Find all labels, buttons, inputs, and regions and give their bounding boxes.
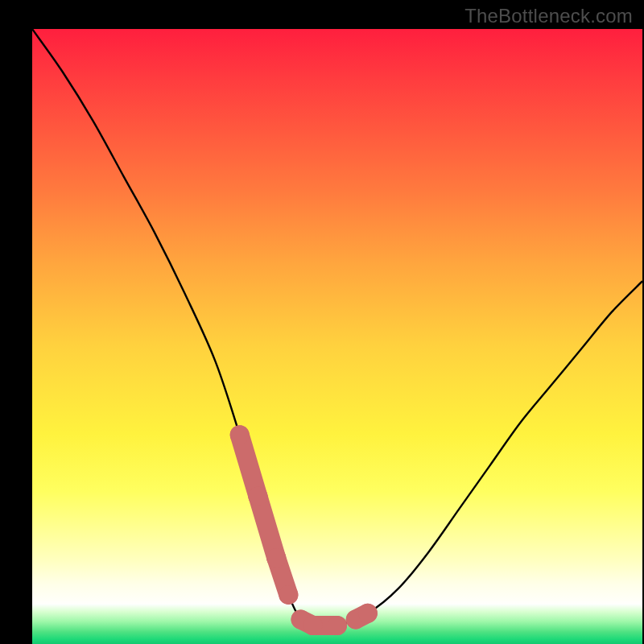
highlight-dot: [358, 604, 378, 623]
highlight-dot: [248, 487, 267, 506]
watermark-text: TheBottleneck.com: [464, 5, 633, 27]
plot-area: [32, 29, 642, 644]
highlight-dot: [303, 616, 323, 635]
highlight-dot: [266, 548, 286, 568]
curve-layer: [32, 29, 642, 644]
bottleneck-curve: [32, 29, 642, 627]
highlight-dot: [230, 425, 250, 444]
highlight-dot: [279, 585, 298, 605]
chart-frame: TheBottleneck.com: [0, 0, 644, 644]
highlight-markers: [230, 425, 378, 635]
highlight-dot: [328, 616, 347, 635]
